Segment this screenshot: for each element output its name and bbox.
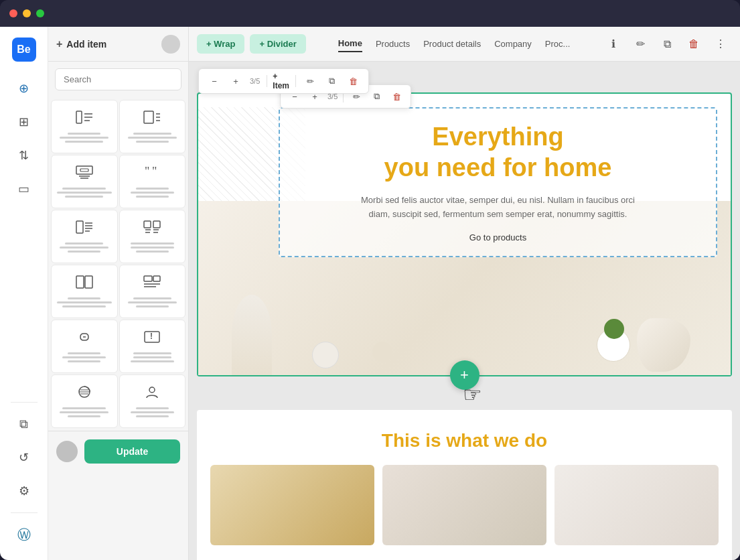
app-window: Be ⊕ ⊞ ⇅ ▭ ⧉ ↺ ⚙ bbox=[0, 0, 740, 560]
deco-teapot bbox=[637, 318, 690, 372]
component-grid: " " bbox=[48, 97, 188, 431]
sidebar-bottom: Update bbox=[48, 431, 188, 472]
list-item[interactable] bbox=[51, 100, 118, 153]
svg-point-38 bbox=[149, 387, 155, 393]
be-logo[interactable]: Be bbox=[12, 38, 36, 62]
sidebar-preview[interactable]: ▭ bbox=[9, 174, 39, 204]
grid-item-lines bbox=[125, 133, 180, 143]
icon-sidebar: Be ⊕ ⊞ ⇅ ▭ ⧉ ↺ ⚙ bbox=[0, 27, 48, 560]
sidebar-reorder[interactable]: ⇅ bbox=[9, 141, 39, 170]
media-block-icon bbox=[75, 165, 94, 182]
svg-rect-27 bbox=[144, 276, 152, 281]
app-body: Be ⊕ ⊞ ⇅ ▭ ⧉ ↺ ⚙ bbox=[0, 27, 740, 560]
hero-title: Everything you need for home bbox=[293, 122, 702, 183]
nav-more[interactable]: Proc... bbox=[545, 36, 571, 52]
trash-icon: 🗑 bbox=[688, 38, 699, 50]
more-button[interactable]: ⋮ bbox=[709, 33, 732, 56]
frame-icon: ▭ bbox=[18, 182, 29, 196]
list-item[interactable] bbox=[51, 320, 118, 373]
svg-rect-4 bbox=[144, 111, 153, 123]
deco-vase bbox=[232, 295, 272, 375]
close-btn[interactable] bbox=[9, 9, 17, 17]
canvas-area[interactable]: − + 3/5 + Item ✏ ⧉ 🗑 bbox=[189, 62, 740, 560]
divider-button[interactable]: + Divider bbox=[250, 34, 305, 54]
item-label[interactable]: + Item bbox=[273, 72, 290, 90]
list-item[interactable] bbox=[51, 374, 118, 428]
search-input[interactable] bbox=[55, 68, 181, 90]
toolbar-divider-2 bbox=[295, 75, 296, 87]
section-edit-btn[interactable]: ✏ bbox=[301, 72, 319, 90]
delete-button[interactable]: 🗑 bbox=[682, 33, 705, 56]
list-item[interactable] bbox=[51, 210, 118, 263]
sidebar-add-section[interactable]: ⊕ bbox=[9, 74, 39, 103]
wordpress-icon: Ⓦ bbox=[17, 526, 31, 544]
toggle-circle[interactable] bbox=[161, 35, 180, 54]
info-icon: ℹ bbox=[611, 38, 615, 50]
svg-rect-28 bbox=[153, 276, 160, 281]
section-copy-btn[interactable]: ⧉ bbox=[323, 72, 340, 90]
sidebar-layers[interactable]: ⧉ bbox=[9, 409, 39, 439]
section-toolbar: − + 3/5 + Item ✏ ⧉ 🗑 bbox=[198, 68, 369, 94]
list-layout-icon bbox=[75, 110, 94, 127]
pencil-icon: ✏ bbox=[636, 38, 645, 50]
sidebar-layout[interactable]: ⊞ bbox=[9, 107, 39, 137]
list-item[interactable] bbox=[119, 100, 186, 153]
list-item[interactable] bbox=[119, 265, 186, 318]
nav-home[interactable]: Home bbox=[338, 36, 362, 52]
link-block-icon bbox=[75, 330, 94, 347]
bottom-section: This is what we do bbox=[197, 410, 732, 560]
update-button[interactable]: Update bbox=[84, 439, 180, 464]
gear-icon: ⚙ bbox=[19, 484, 29, 498]
list-item[interactable] bbox=[51, 155, 118, 208]
maximize-btn[interactable] bbox=[36, 9, 44, 17]
wrap-button[interactable]: + Wrap bbox=[197, 34, 244, 54]
bottom-section-title: This is what we do bbox=[210, 430, 719, 451]
wordpress-icon-btn[interactable]: Ⓦ bbox=[9, 520, 39, 549]
copy-icon: ⧉ bbox=[664, 38, 671, 50]
section-delete-btn[interactable]: 🗑 bbox=[344, 72, 362, 90]
person-card-icon bbox=[143, 384, 161, 402]
arrows-icon: ⇅ bbox=[19, 148, 29, 163]
minimize-btn[interactable] bbox=[23, 9, 31, 17]
grid-item-lines bbox=[57, 188, 112, 198]
minus-button[interactable]: − bbox=[206, 72, 223, 90]
deco-plant bbox=[604, 319, 624, 339]
add-item-button[interactable]: + Add item bbox=[56, 38, 106, 50]
alert-block-icon: ! bbox=[143, 330, 161, 347]
add-section-button[interactable]: + bbox=[450, 360, 479, 390]
panel-header: + Add item bbox=[48, 27, 188, 62]
info-button[interactable]: ℹ bbox=[602, 33, 625, 56]
edit-button[interactable]: ✏ bbox=[629, 33, 652, 56]
component-panel: + Add item bbox=[48, 27, 189, 560]
section-count: 3/5 bbox=[248, 77, 261, 85]
sidebar-history[interactable]: ↺ bbox=[9, 443, 39, 472]
inner-copy-btn[interactable]: ⧉ bbox=[368, 88, 385, 105]
list-item[interactable]: " " bbox=[119, 155, 186, 208]
sidebar-settings[interactable]: ⚙ bbox=[9, 476, 39, 506]
svg-text:": " bbox=[145, 165, 149, 178]
grid-icon: ⊞ bbox=[19, 115, 29, 129]
bottom-card-1 bbox=[210, 465, 374, 545]
list-item[interactable] bbox=[119, 210, 186, 263]
hero-subtitle: Morbi sed felis auctor vitae, semper dui… bbox=[358, 194, 639, 222]
inner-delete-btn[interactable]: 🗑 bbox=[388, 88, 405, 105]
history-icon: ↺ bbox=[19, 450, 29, 465]
nav-product-details[interactable]: Product details bbox=[423, 36, 481, 52]
copy-button[interactable]: ⧉ bbox=[656, 33, 678, 56]
svg-rect-8 bbox=[76, 166, 92, 174]
hero-cta-link[interactable]: Go to products bbox=[293, 232, 702, 242]
sidebar-divider-2 bbox=[11, 512, 38, 513]
nav-products[interactable]: Products bbox=[376, 36, 410, 52]
bottom-card-2 bbox=[382, 465, 546, 545]
list-item[interactable]: ! bbox=[119, 320, 186, 373]
nav-company[interactable]: Company bbox=[494, 36, 532, 52]
list-item[interactable] bbox=[119, 374, 186, 428]
grid-item-lines bbox=[125, 352, 180, 362]
selected-section: − + 3/5 + Item ✏ ⧉ 🗑 bbox=[197, 92, 732, 376]
list-item[interactable] bbox=[51, 265, 118, 318]
deco-sphere bbox=[312, 342, 339, 368]
titlebar bbox=[0, 0, 740, 27]
bottom-card-3 bbox=[554, 465, 719, 545]
plus-button[interactable]: + bbox=[227, 72, 244, 90]
svg-rect-20 bbox=[153, 221, 160, 228]
